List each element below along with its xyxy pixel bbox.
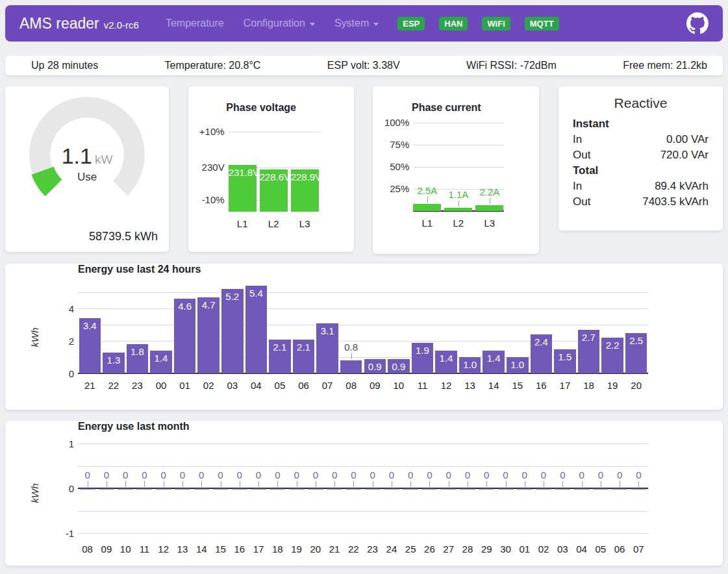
bar-value-label: 0	[136, 469, 152, 480]
bar-value-label: 0	[118, 469, 133, 480]
bar-value-label: 0	[270, 469, 285, 480]
bar-value-label: 0	[460, 469, 475, 480]
bar-value-label: 1.4	[483, 351, 505, 364]
label-leader-line	[240, 481, 240, 487]
x-tick-label: 18	[268, 543, 287, 555]
x-tick-label: 14	[192, 543, 211, 555]
gridline	[78, 292, 648, 293]
bar	[308, 488, 323, 490]
bar	[612, 488, 627, 490]
x-tick-label: 08	[339, 380, 363, 391]
bar: 2.4	[531, 334, 553, 373]
reactive-row-value: 0.00 VAr	[666, 132, 709, 147]
label-leader-line	[392, 481, 392, 487]
x-tick-label: 14	[482, 380, 506, 391]
bar: 5.4	[245, 286, 268, 373]
gridline	[78, 341, 648, 342]
x-tick-label: 26	[420, 543, 439, 555]
bar: 1.9	[412, 343, 434, 374]
label-leader-line	[525, 481, 525, 487]
bar-value-label: 0	[232, 469, 247, 480]
bar: 1.4	[435, 351, 457, 373]
label-leader-line	[544, 481, 544, 487]
label-leader-line	[164, 481, 164, 487]
bar	[413, 204, 441, 211]
reactive-title: Reactive	[573, 95, 709, 111]
x-tick-label: 03	[221, 380, 245, 391]
bar	[479, 488, 494, 490]
nav-item-temperature[interactable]: Temperature	[157, 12, 232, 34]
bar	[213, 488, 229, 490]
chevron-down-icon	[373, 23, 379, 26]
bar-value-label: 0	[593, 469, 609, 480]
x-tick-label: 22	[344, 543, 363, 555]
bar	[365, 488, 381, 490]
label-leader-line	[182, 481, 183, 487]
x-tick-label: 10	[387, 380, 411, 391]
bar-value-label: 1.1A	[444, 189, 472, 200]
label-leader-line	[601, 481, 601, 487]
nav-item-configuration[interactable]: Configuration	[235, 12, 323, 34]
label-leader-line	[334, 481, 335, 487]
bar-value-label: 0	[213, 469, 229, 480]
nav-item-system[interactable]: System	[326, 12, 387, 34]
x-tick-label: 06	[610, 543, 629, 555]
bar-value-label: 0	[156, 469, 171, 480]
gauge-unit: kW	[95, 153, 112, 166]
bar-value-label: 4.7	[197, 297, 220, 310]
bar: 2.2	[601, 338, 623, 373]
label-leader-line	[373, 481, 373, 487]
x-tick-label: 17	[249, 543, 268, 555]
github-link[interactable]	[686, 12, 709, 34]
bar	[517, 488, 533, 490]
bar-value-label: 1.4	[150, 351, 172, 364]
brand[interactable]: AMS reader v2.0-rc6	[19, 15, 139, 32]
x-tick-label: 06	[292, 380, 316, 391]
bar-value-label: 0	[479, 469, 494, 480]
x-tick-label: 02	[197, 380, 221, 391]
uptime-text: Up 28 minutes	[31, 60, 98, 71]
bar-value-label: 0	[194, 469, 209, 480]
bar-value-label: 0	[251, 469, 266, 480]
bar-value-label: 0	[498, 469, 514, 480]
label-leader-line	[297, 481, 297, 487]
x-tick-label: 13	[458, 380, 482, 391]
reactive-row-label: Out	[573, 147, 590, 163]
bar	[327, 488, 342, 490]
bar-value-label: 2.1	[293, 340, 315, 353]
label-leader-line	[88, 481, 88, 487]
github-icon	[686, 12, 709, 34]
bar-value-label: 0	[80, 469, 95, 480]
bar-value-label: 1.3	[103, 353, 125, 366]
reactive-row-label: Out	[573, 194, 590, 210]
bar: 228.6V	[260, 169, 288, 212]
chevron-down-icon	[310, 23, 315, 26]
label-leader-line	[353, 481, 354, 487]
x-tick-label: 10	[116, 543, 135, 555]
label-leader-line	[427, 197, 428, 203]
x-tick-label: 29	[477, 543, 496, 555]
x-tick-label: 16	[230, 543, 249, 555]
bar: 1.8	[127, 344, 149, 373]
bar	[536, 488, 551, 490]
phase-voltage-card: Phase voltage +10%230V-10%231.8VL1228.6V…	[188, 86, 354, 252]
nav-item-label: Configuration	[244, 18, 305, 29]
label-leader-line	[144, 481, 145, 487]
bar-value-label: 0	[574, 469, 590, 480]
label-leader-line	[351, 353, 352, 359]
bar-value-label: 0	[612, 469, 627, 480]
reactive-row: Out 7403.5 kVArh	[573, 194, 709, 210]
x-tick-label: 07	[316, 380, 340, 391]
label-leader-line	[258, 481, 259, 487]
bar: 1.0	[507, 357, 529, 373]
bar	[340, 360, 362, 373]
x-tick-label: 16	[529, 380, 553, 391]
y-tick-label: 100%	[377, 117, 409, 128]
x-tick-label: L2	[444, 218, 472, 229]
x-tick-label: 08	[78, 543, 97, 555]
x-tick-label: 01	[515, 543, 534, 555]
bar: 228.9V	[291, 169, 319, 212]
x-tick-label: 11	[410, 380, 434, 391]
x-tick-label: 22	[102, 380, 126, 391]
y-tick-label: 75%	[377, 139, 409, 150]
